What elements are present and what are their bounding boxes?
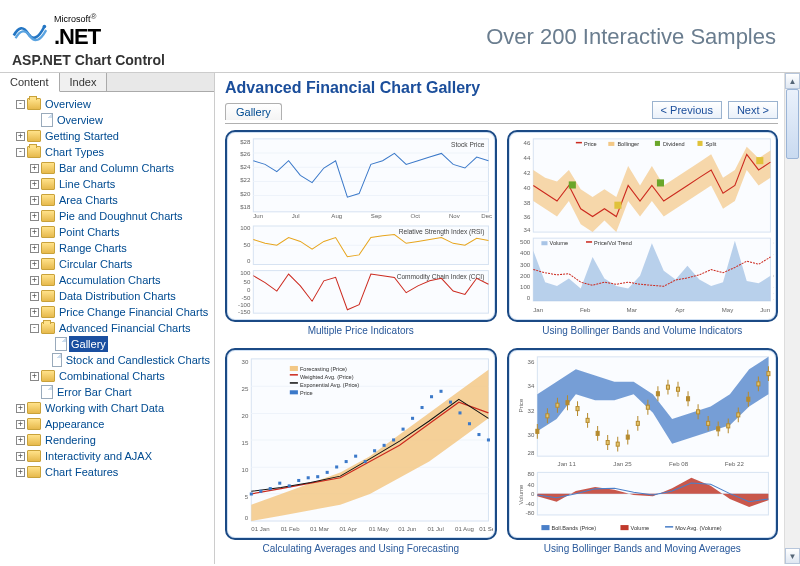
svg-rect-164 (626, 435, 629, 439)
svg-rect-158 (596, 431, 599, 435)
svg-rect-150 (555, 403, 558, 407)
svg-point-0 (43, 25, 47, 29)
svg-text:Jun: Jun (760, 306, 770, 313)
gallery-tab[interactable]: Gallery (225, 103, 282, 120)
svg-text:Nov: Nov (449, 212, 461, 219)
tree-item[interactable]: Error Bar Chart (30, 384, 212, 400)
svg-rect-53 (614, 202, 621, 209)
folder-open-icon (27, 98, 41, 110)
svg-text:$22: $22 (240, 176, 251, 183)
svg-text:Volume: Volume (517, 484, 524, 505)
expand-icon[interactable]: + (16, 468, 25, 477)
svg-text:Volume: Volume (549, 240, 568, 246)
folder-icon (41, 258, 55, 270)
tree-item[interactable]: -Chart Types (16, 144, 212, 160)
tree-item[interactable]: +Getting Started (16, 128, 212, 144)
svg-rect-121 (430, 395, 433, 398)
tree-item[interactable]: +Line Charts (30, 176, 212, 192)
page-icon (55, 337, 67, 351)
svg-text:Volume: Volume (630, 525, 649, 531)
svg-text:Price/Vol Trend: Price/Vol Trend (594, 240, 632, 246)
expand-icon[interactable]: + (30, 244, 39, 253)
svg-text:36: 36 (527, 358, 534, 365)
tree-item[interactable]: +Data Distribution Charts (30, 288, 212, 304)
scroll-down-icon[interactable]: ▼ (785, 548, 800, 564)
expand-icon[interactable]: + (30, 260, 39, 269)
tree-item[interactable]: +Pie and Doughnut Charts (30, 208, 212, 224)
tree-item[interactable]: +Circular Charts (30, 256, 212, 272)
next-button[interactable]: Next > (728, 101, 778, 119)
tree-item[interactable]: +Interactivity and AJAX (16, 448, 212, 464)
tree-item[interactable]: +Combinational Charts (30, 368, 212, 384)
expand-icon[interactable]: + (30, 228, 39, 237)
tree-item[interactable]: +Price Change Financial Charts (30, 304, 212, 320)
svg-rect-172 (666, 385, 669, 389)
svg-rect-124 (458, 411, 461, 414)
spacer (44, 340, 53, 349)
tree-label: Error Bar Chart (55, 384, 134, 400)
expand-icon[interactable]: + (16, 132, 25, 141)
scroll-thumb[interactable] (786, 89, 799, 159)
svg-rect-120 (421, 406, 424, 409)
collapse-icon[interactable]: - (16, 100, 25, 109)
svg-text:40: 40 (523, 184, 530, 191)
svg-rect-51 (568, 181, 575, 188)
collapse-icon[interactable]: - (30, 324, 39, 333)
tab-content[interactable]: Content (0, 73, 60, 92)
svg-text:-40: -40 (525, 500, 534, 507)
folder-icon (41, 290, 55, 302)
expand-icon[interactable]: + (30, 212, 39, 221)
tree-item[interactable]: +Accumulation Charts (30, 272, 212, 288)
svg-text:200: 200 (520, 272, 531, 279)
expand-icon[interactable]: + (16, 420, 25, 429)
gallery-item[interactable]: Price 3634323028 Jan 11Jan 25Feb 08Feb 2… (507, 348, 779, 556)
tree-item[interactable]: +Point Charts (30, 224, 212, 240)
tree-item[interactable]: +Rendering (16, 432, 212, 448)
svg-text:01 Aug: 01 Aug (455, 525, 474, 532)
expand-icon[interactable]: + (16, 452, 25, 461)
collapse-icon[interactable]: - (16, 148, 25, 157)
scroll-up-icon[interactable]: ▲ (785, 73, 800, 89)
tree-label: Overview (43, 96, 93, 112)
expand-icon[interactable]: + (30, 292, 39, 301)
expand-icon[interactable]: + (16, 404, 25, 413)
tree-item[interactable]: +Area Charts (30, 192, 212, 208)
tree-item[interactable]: Stock and Candlestick Charts (44, 352, 212, 368)
svg-rect-174 (676, 387, 679, 391)
svg-text:10: 10 (773, 261, 774, 268)
prev-button[interactable]: < Previous (652, 101, 722, 119)
gallery-item[interactable]: 302520151050 Forecasting (Price) Weighte… (225, 348, 497, 556)
folder-icon (41, 194, 55, 206)
tree-item[interactable]: +Chart Features (16, 464, 212, 480)
expand-icon[interactable]: + (30, 372, 39, 381)
svg-rect-107 (297, 479, 300, 482)
expand-icon[interactable]: + (16, 436, 25, 445)
expand-icon[interactable]: + (30, 164, 39, 173)
svg-text:01 Sep: 01 Sep (479, 525, 492, 532)
tree-item[interactable]: +Appearance (16, 416, 212, 432)
expand-icon[interactable]: + (30, 180, 39, 189)
svg-text:44: 44 (523, 154, 530, 161)
svg-rect-39 (654, 141, 659, 146)
tree-item[interactable]: Overview (30, 112, 212, 128)
expand-icon[interactable]: + (30, 196, 39, 205)
tree-label: Area Charts (57, 192, 120, 208)
expand-icon[interactable]: + (30, 308, 39, 317)
tree-item[interactable]: -Advanced Financial Charts (30, 320, 212, 336)
svg-text:$20: $20 (240, 190, 251, 197)
tree-item[interactable]: +Range Charts (30, 240, 212, 256)
svg-text:-30: -30 (773, 295, 774, 302)
expand-icon[interactable]: + (30, 276, 39, 285)
tree-label: Overview (55, 112, 105, 128)
folder-icon (41, 274, 55, 286)
tree-item[interactable]: Gallery (44, 336, 212, 352)
gallery-item[interactable]: Stock Price $28$26$24$22$20$18 JunJulAug… (225, 130, 497, 338)
tab-index[interactable]: Index (60, 73, 108, 91)
scrollbar[interactable]: ▲ ▼ (784, 73, 800, 564)
tree-item[interactable]: +Bar and Column Charts (30, 160, 212, 176)
tree-item[interactable]: -Overview (16, 96, 212, 112)
tree-item[interactable]: +Working with Chart Data (16, 400, 212, 416)
svg-text:25: 25 (241, 385, 248, 392)
gallery-item[interactable]: Price Bollinger Dividend Split 464442403… (507, 130, 779, 338)
sidebar-tabs: Content Index (0, 73, 214, 92)
